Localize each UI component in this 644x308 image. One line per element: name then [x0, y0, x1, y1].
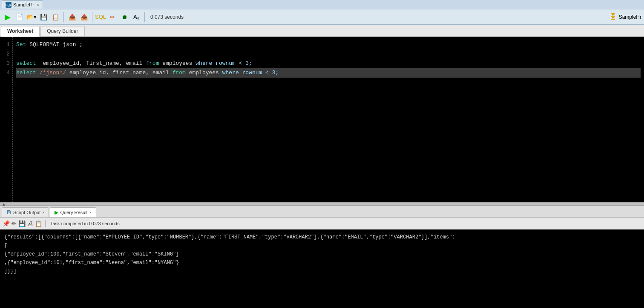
- database-icon: 🗄: [610, 13, 616, 21]
- tab-worksheet-label: Worksheet: [7, 28, 33, 34]
- separator-3: [144, 12, 145, 22]
- save-icon: 💾: [40, 14, 47, 20]
- bottom-separator: [45, 220, 46, 227]
- bottom-panel: 🖹 Script Output × ▶ Query Result × 📌 ✏ 💾…: [0, 206, 644, 308]
- toolbar-right: 🗄 SampleHr: [610, 13, 641, 21]
- output-area: {"results":[{"columns":[{"name":"EMPLOYE…: [0, 230, 644, 308]
- toolbar: ▶ 📄 📂▾ 💾 📋 📥 📤 SQL ✏ ⏺ Aₐ 0.073 seconds …: [0, 9, 644, 25]
- new-icon: 📄: [16, 13, 24, 21]
- editor-area: 1 2 3 4 Set SQLFORMAT json ; select empl…: [0, 37, 644, 202]
- line-number-4: 4: [3, 68, 10, 78]
- edit-button[interactable]: ✏: [12, 220, 17, 227]
- splitter[interactable]: ▲: [0, 202, 644, 206]
- sql-format-icon: SQL: [95, 14, 106, 20]
- worksheet-tabs: Worksheet Query Builder: [0, 25, 644, 37]
- title-tab-label: SampleHr: [13, 2, 34, 7]
- tab-query-result[interactable]: ▶ Query Result ×: [50, 207, 96, 217]
- tab-query-builder[interactable]: Query Builder: [40, 26, 84, 36]
- code-line-3: select employee_id, first_name, email fr…: [16, 59, 641, 68]
- bottom-tabs: 🖹 Script Output × ▶ Query Result ×: [0, 206, 644, 218]
- script-output-icon: 🖹: [6, 209, 12, 215]
- code-line-1: Set SQLFORMAT json ;: [16, 40, 641, 49]
- execution-time: 0.073 seconds: [150, 14, 184, 20]
- query-result-close[interactable]: ×: [89, 210, 92, 215]
- line-numbers: 1 2 3 4: [0, 37, 13, 202]
- export-result-button[interactable]: 📋: [35, 220, 42, 227]
- autotrace-icon: Aₐ: [133, 14, 139, 20]
- output-line-2: [: [4, 241, 640, 250]
- output-line-3: {"employee_id":100,"first_name":"Steven"…: [4, 250, 640, 259]
- save-result-button[interactable]: 💾: [18, 220, 26, 227]
- script-output-close[interactable]: ×: [42, 210, 44, 215]
- tab-query-builder-label: Query Builder: [47, 28, 78, 34]
- erase-button[interactable]: ✏: [107, 12, 118, 22]
- save-as-icon: 📋: [52, 14, 59, 20]
- export-button[interactable]: 📤: [79, 12, 89, 22]
- line-number-2: 2: [3, 49, 10, 59]
- open-dropdown-button[interactable]: 📂▾: [26, 12, 37, 22]
- open-icon: 📂▾: [27, 14, 37, 20]
- title-tab[interactable]: SQL SampleHr ×: [2, 0, 43, 9]
- separator-1: [63, 12, 64, 22]
- import-icon: 📥: [69, 14, 76, 20]
- save-button[interactable]: 💾: [38, 12, 49, 22]
- commit-button[interactable]: ⏺: [119, 12, 129, 22]
- line-number-1: 1: [3, 40, 10, 49]
- code-line-2: [16, 49, 641, 59]
- kw-select-4: select: [16, 68, 40, 78]
- title-close-button[interactable]: ×: [37, 3, 39, 7]
- output-line-4: ,{"employee_id":101,"first_name":"Neena"…: [4, 259, 640, 267]
- code-editor[interactable]: Set SQLFORMAT json ; select employee_id,…: [13, 37, 644, 202]
- tab-script-output-label: Script Output: [13, 210, 40, 215]
- sql-tool-1[interactable]: SQL: [95, 12, 106, 22]
- pin-button[interactable]: 📌: [3, 220, 10, 227]
- print-button[interactable]: 🖨: [27, 220, 33, 227]
- tab-query-result-label: Query Result: [60, 210, 87, 215]
- commit-icon: ⏺: [121, 14, 127, 20]
- kw-select-3: select: [16, 59, 40, 68]
- title-bar: SQL SampleHr ×: [0, 0, 644, 9]
- sql-icon: SQL: [6, 2, 12, 8]
- code-line-4: select /*json*/ employee_id, first_name,…: [16, 68, 641, 78]
- run-button[interactable]: ▶: [3, 12, 13, 22]
- tab-script-output[interactable]: 🖹 Script Output ×: [2, 207, 49, 217]
- output-line-1: {"results":[{"columns":[{"name":"EMPLOYE…: [4, 233, 640, 241]
- new-button[interactable]: 📄: [14, 12, 25, 22]
- output-line-5: ]}}]: [4, 267, 640, 276]
- erase-icon: ✏: [110, 14, 115, 20]
- task-status: Task completed in 0.073 seconds: [50, 221, 120, 226]
- export-icon: 📤: [80, 14, 88, 20]
- autotrace-button[interactable]: Aₐ: [131, 12, 141, 22]
- query-result-icon: ▶: [55, 209, 58, 215]
- import-button[interactable]: 📥: [67, 12, 77, 22]
- separator-2: [92, 12, 92, 22]
- tab-worksheet[interactable]: Worksheet: [1, 26, 40, 37]
- bottom-toolbar: 📌 ✏ 💾 🖨 📋 Task completed in 0.073 second…: [0, 218, 644, 230]
- kw-set: Set: [16, 40, 29, 49]
- run-icon: ▶: [5, 12, 11, 22]
- line-number-3: 3: [3, 59, 10, 68]
- save-as-button[interactable]: 📋: [50, 12, 60, 22]
- connection-name: SampleHr: [619, 14, 641, 20]
